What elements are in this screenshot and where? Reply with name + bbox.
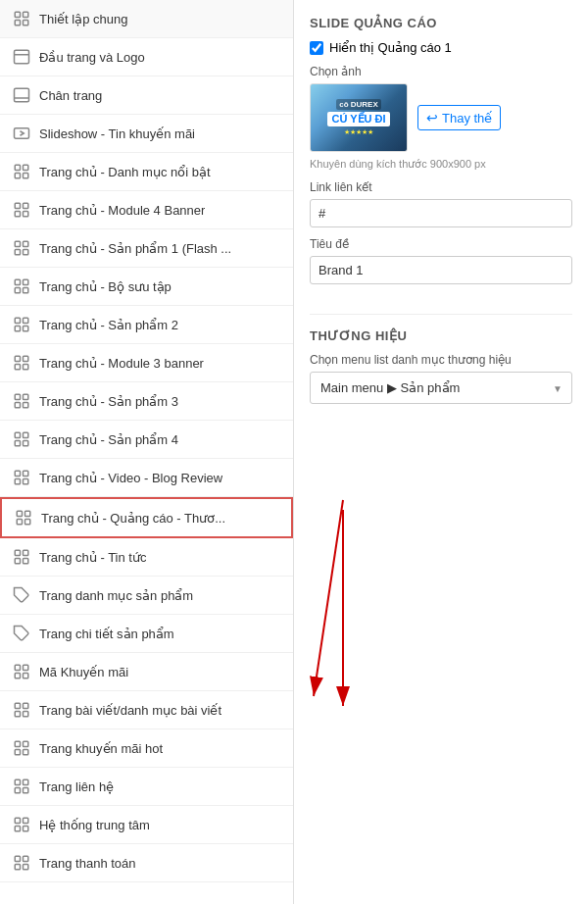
sidebar-item-bai-viet[interactable]: Trang bài viết/danh mục bài viết xyxy=(0,691,293,729)
grid-icon xyxy=(12,429,31,449)
thuong-hieu-title: THƯƠNG HIỆU xyxy=(310,328,572,343)
sidebar-item-label: Trang khuyến mãi hot xyxy=(39,741,163,756)
ad-image-subtext: ★★★★★ xyxy=(344,128,373,136)
sidebar-item-quang-cao[interactable]: Trang chủ - Quảng cáo - Thươ... xyxy=(0,497,293,538)
svg-rect-66 xyxy=(24,750,28,755)
svg-rect-6 xyxy=(15,88,29,102)
sidebar-item-danh-muc-sp[interactable]: Trang danh mục sản phẩm xyxy=(0,577,293,615)
svg-rect-2 xyxy=(15,21,20,25)
grid-icon xyxy=(12,391,31,411)
footer-icon xyxy=(12,85,31,105)
svg-rect-3 xyxy=(24,21,28,25)
sidebar-item-khuyen-mai-hot[interactable]: Trang khuyến mãi hot xyxy=(0,729,293,768)
hien-thi-label[interactable]: Hiển thị Quảng cáo 1 xyxy=(329,40,452,55)
sidebar-item-slideshow[interactable]: Slideshow - Tin khuyến mãi xyxy=(0,115,293,153)
svg-rect-63 xyxy=(15,741,20,746)
sidebar-item-sp3[interactable]: Trang chủ - Sản phẩm 3 xyxy=(0,382,293,421)
sidebar-item-sp2[interactable]: Trang chủ - Sản phẩm 2 xyxy=(0,306,293,344)
sidebar-item-tin-tuc[interactable]: Trang chủ - Tin tức xyxy=(0,538,293,577)
slide-section-title: SLIDE QUẢNG CÁO xyxy=(310,16,572,30)
svg-rect-59 xyxy=(15,703,20,708)
settings-icon xyxy=(12,9,31,28)
ad-image-brand: CÚ YẾU ĐI xyxy=(327,112,389,126)
svg-rect-26 xyxy=(24,318,28,323)
svg-rect-71 xyxy=(15,818,20,823)
sidebar-item-video[interactable]: Trang chủ - Video - Blog Review xyxy=(0,459,293,497)
sidebar-item-chan-trang[interactable]: Chân trang xyxy=(0,76,293,115)
menu-select[interactable]: Main menu ▶ Sản phẩm Main menu ▶ Thương … xyxy=(310,372,572,404)
sidebar-item-label: Mã Khuyến mãi xyxy=(39,665,128,679)
svg-rect-57 xyxy=(15,674,20,678)
svg-rect-43 xyxy=(15,479,20,484)
hien-thi-checkbox[interactable] xyxy=(310,41,323,55)
link-lien-ket-input[interactable] xyxy=(310,199,572,227)
svg-rect-30 xyxy=(24,356,28,361)
svg-rect-13 xyxy=(15,203,20,208)
svg-rect-4 xyxy=(15,50,29,64)
svg-rect-15 xyxy=(15,212,20,217)
svg-rect-9 xyxy=(15,165,20,170)
chon-anh-label: Chọn ảnh xyxy=(310,65,572,78)
svg-rect-19 xyxy=(15,250,20,255)
svg-rect-24 xyxy=(24,288,28,293)
sidebar-item-khuyen-mai[interactable]: Mã Khuyến mãi xyxy=(0,653,293,691)
menu-select-wrapper: Main menu ▶ Sản phẩm Main menu ▶ Thương … xyxy=(310,372,572,404)
svg-rect-1 xyxy=(24,12,28,17)
sidebar-item-label: Trang chủ - Sản phẩm 1 (Flash ... xyxy=(39,241,231,256)
svg-rect-42 xyxy=(24,471,28,476)
svg-rect-25 xyxy=(15,318,20,323)
right-panel: SLIDE QUẢNG CÁO Hiển thị Quảng cáo 1 Chọ… xyxy=(294,0,588,904)
svg-rect-10 xyxy=(24,165,28,170)
sidebar-item-danh-muc[interactable]: Trang chủ - Danh mục nổi bật xyxy=(0,153,293,191)
svg-rect-67 xyxy=(15,779,20,784)
svg-rect-17 xyxy=(15,241,20,246)
svg-rect-52 xyxy=(24,559,28,564)
sidebar-item-label: Trang chủ - Tin tức xyxy=(39,550,146,565)
svg-rect-35 xyxy=(15,403,20,408)
sidebar-item-sp4[interactable]: Trang chủ - Sản phẩm 4 xyxy=(0,421,293,459)
thuong-hieu-section: THƯƠNG HIỆU Chọn menu list danh mục thươ… xyxy=(310,314,572,404)
sidebar-item-chi-tiet-sp[interactable]: Trang chi tiết sản phẩm xyxy=(0,615,293,653)
svg-rect-47 xyxy=(17,520,22,525)
svg-rect-45 xyxy=(17,511,22,516)
svg-rect-61 xyxy=(15,712,20,717)
sidebar-item-bo-suu-tap[interactable]: Trang chủ - Bộ sưu tập xyxy=(0,268,293,306)
svg-rect-27 xyxy=(15,326,20,331)
sidebar-item-thiet-lap-chung[interactable]: Thiết lập chung xyxy=(0,0,293,38)
sidebar-item-dau-trang-logo[interactable]: Đầu trang và Logo xyxy=(0,38,293,76)
svg-rect-49 xyxy=(15,550,20,555)
svg-rect-46 xyxy=(25,511,30,516)
svg-rect-16 xyxy=(24,212,28,217)
svg-rect-14 xyxy=(24,203,28,208)
grid-icon xyxy=(12,662,31,681)
svg-rect-38 xyxy=(24,432,28,437)
sidebar-item-sp1[interactable]: Trang chủ - Sản phẩm 1 (Flash ... xyxy=(0,229,293,268)
svg-rect-28 xyxy=(24,326,28,331)
svg-rect-33 xyxy=(15,394,20,399)
replace-label: Thay thế xyxy=(442,111,492,126)
thuong-hieu-desc: Chọn menu list danh mục thương hiệu xyxy=(310,353,572,367)
svg-rect-56 xyxy=(24,665,28,670)
sidebar-item-he-thong[interactable]: Hệ thống trung tâm xyxy=(0,806,293,844)
sidebar-item-label: Trang liên hệ xyxy=(39,779,114,794)
svg-rect-73 xyxy=(15,827,20,831)
sidebar-item-thanh-toan[interactable]: Trang thanh toán xyxy=(0,844,293,882)
sidebar-item-label: Hệ thống trung tâm xyxy=(39,818,150,832)
sidebar-item-module3[interactable]: Trang chủ - Module 3 banner xyxy=(0,344,293,382)
svg-rect-58 xyxy=(24,674,28,678)
sidebar-item-module4[interactable]: Trang chủ - Module 4 Banner xyxy=(0,191,293,229)
tieu-de-input[interactable] xyxy=(310,256,572,284)
svg-rect-64 xyxy=(24,741,28,746)
grid-icon xyxy=(12,853,31,873)
grid-icon xyxy=(12,547,31,567)
sidebar-item-label: Trang chủ - Module 3 banner xyxy=(39,356,204,371)
header-icon xyxy=(12,47,31,67)
sidebar-item-label: Thiết lập chung xyxy=(39,12,127,26)
svg-rect-50 xyxy=(24,550,28,555)
grid-icon xyxy=(12,468,31,487)
ad-image-logo: cô DUREX xyxy=(336,99,381,110)
replace-icon: ↩ xyxy=(426,110,438,126)
sidebar-item-lien-he[interactable]: Trang liên hệ xyxy=(0,768,293,806)
replace-image-button[interactable]: ↩ Thay thế xyxy=(417,105,501,130)
svg-rect-68 xyxy=(24,779,28,784)
